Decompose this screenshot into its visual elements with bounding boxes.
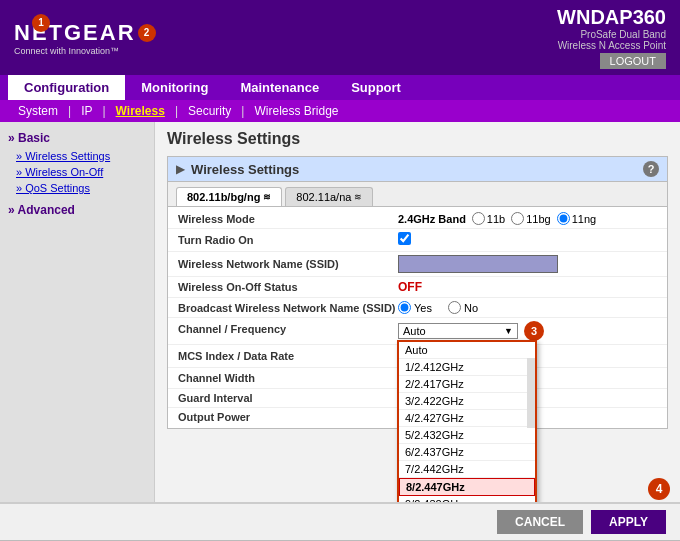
footer-bar: 4 CANCEL APPLY <box>0 502 680 540</box>
label-broadcast-ssid: Broadcast Wireless Network Name (SSID) <box>178 302 398 314</box>
apply-button[interactable]: APPLY <box>591 510 666 534</box>
annotation-4: 4 <box>648 478 670 500</box>
sub-nav-security[interactable]: Security <box>180 102 239 120</box>
label-channel: Channel / Frequency <box>178 321 398 335</box>
channel-selected-value: Auto <box>403 325 504 337</box>
sub-nav-wireless-bridge[interactable]: Wireless Bridge <box>246 102 346 120</box>
off-badge: OFF <box>398 280 422 294</box>
dropdown-item-4[interactable]: 4/2.427GHz <box>399 410 535 427</box>
tabs-bar: 802.11b/bg/ng ≋ 802.11a/na ≋ <box>168 182 667 207</box>
sub-nav: System | IP | Wireless | Security | Wire… <box>0 100 680 122</box>
dropdown-item-2[interactable]: 2/2.417GHz <box>399 376 535 393</box>
sidebar-item-qos[interactable]: » QoS Settings <box>0 180 154 196</box>
dropdown-item-auto[interactable]: Auto <box>399 342 535 359</box>
channel-dropdown-trigger[interactable]: Auto ▼ <box>398 323 518 339</box>
radio-11ng-input[interactable] <box>557 212 570 225</box>
form-content: Wireless Mode 2.4GHz Band 11b 11bg <box>168 207 667 428</box>
sidebar-section-advanced[interactable]: » Advanced <box>0 200 154 220</box>
label-radio-on: Turn Radio On <box>178 234 398 246</box>
radio-11b-label: 11b <box>487 213 505 225</box>
cancel-button[interactable]: CANCEL <box>497 510 583 534</box>
band-label: 2.4GHz Band <box>398 213 466 225</box>
brand-sub: Connect with Innovation™ <box>14 46 156 56</box>
label-wireless-mode: Wireless Mode <box>178 213 398 225</box>
label-ssid: Wireless Network Name (SSID) <box>178 258 398 270</box>
annotation-3: 3 <box>524 321 544 341</box>
radio-on-checkbox[interactable] <box>398 232 411 245</box>
nav-item-maintenance[interactable]: Maintenance <box>224 75 335 100</box>
dropdown-item-1-label: 1/2.412GHz <box>405 361 464 373</box>
product-model: WNDAP360 <box>557 6 666 29</box>
nav-item-support[interactable]: Support <box>335 75 417 100</box>
dropdown-item-3[interactable]: 3/2.422GHz <box>399 393 535 410</box>
label-guard-interval: Guard Interval <box>178 392 398 404</box>
form-row-wireless-mode: Wireless Mode 2.4GHz Band 11b 11bg <box>168 209 667 229</box>
settings-header: ▶ Wireless Settings ? <box>168 157 667 182</box>
broadcast-yes-input[interactable] <box>398 301 411 314</box>
ssid-value <box>398 255 558 273</box>
dropdown-item-5[interactable]: 5/2.432GHz <box>399 427 535 444</box>
channel-dropdown-arrow: ▼ <box>504 326 513 336</box>
dropdown-item-9[interactable]: 9/2.432GHz <box>399 496 535 502</box>
sub-nav-ip[interactable]: IP <box>73 102 100 120</box>
form-row-radio-on: Turn Radio On <box>168 229 667 252</box>
dropdown-item-1[interactable]: 1/2.412GHz <box>399 359 535 376</box>
radio-11ng[interactable]: 11ng <box>557 212 596 225</box>
label-onoff-status: Wireless On-Off Status <box>178 281 398 293</box>
channel-dropdown-area: Auto ▼ 3 <box>398 321 544 341</box>
radio-11b-input[interactable] <box>472 212 485 225</box>
tab-80211a-label: 802.11a/na <box>296 191 351 203</box>
tab-80211b-label: 802.11b/bg/ng <box>187 191 260 203</box>
nav-item-monitoring[interactable]: Monitoring <box>125 75 224 100</box>
sub-nav-sep3: | <box>175 104 178 118</box>
dropdown-item-7[interactable]: 7/2.442GHz <box>399 461 535 478</box>
product-line2: Wireless N Access Point <box>557 40 666 51</box>
annotation-2: 2 <box>138 24 156 42</box>
broadcast-no-label: No <box>464 302 478 314</box>
annotation-1: 1 <box>32 14 50 32</box>
sub-nav-sep4: | <box>241 104 244 118</box>
help-icon[interactable]: ? <box>643 161 659 177</box>
label-output-power: Output Power <box>178 411 398 423</box>
header: 1 NETGEAR 2 Connect with Innovation™ WND… <box>0 0 680 75</box>
sub-nav-system[interactable]: System <box>10 102 66 120</box>
band-options: 2.4GHz Band 11b 11bg 11ng <box>398 212 596 225</box>
logout-button[interactable]: LOGOUT <box>600 53 666 69</box>
radio-11bg[interactable]: 11bg <box>511 212 550 225</box>
channel-dropdown-list[interactable]: Auto 1/2.412GHz 2/2.417GHz 3/2.422GHz 4/… <box>397 340 537 502</box>
ssid-input[interactable] <box>398 255 558 273</box>
label-channel-width: Channel Width <box>178 372 398 384</box>
sub-nav-wireless[interactable]: Wireless <box>108 102 173 120</box>
broadcast-ssid-options: Yes No <box>398 301 478 314</box>
form-row-channel: Channel / Frequency Auto ▼ 3 Auto <box>168 318 667 345</box>
label-mcs: MCS Index / Data Rate <box>178 350 398 362</box>
radio-on-value <box>398 232 411 248</box>
broadcast-no-input[interactable] <box>448 301 461 314</box>
dropdown-scrollbar-track <box>527 358 535 428</box>
wifi-icon-1: ≋ <box>263 192 271 202</box>
radio-11b[interactable]: 11b <box>472 212 505 225</box>
tab-80211b[interactable]: 802.11b/bg/ng ≋ <box>176 187 282 206</box>
top-nav: Configuration Monitoring Maintenance Sup… <box>0 75 680 100</box>
page-title: Wireless Settings <box>167 130 668 148</box>
sidebar-section-basic[interactable]: » Basic <box>0 128 154 148</box>
settings-box: ▶ Wireless Settings ? 802.11b/bg/ng ≋ 80… <box>167 156 668 429</box>
tab-80211a[interactable]: 802.11a/na ≋ <box>285 187 373 206</box>
sidebar-item-wireless-settings[interactable]: » Wireless Settings <box>0 148 154 164</box>
settings-box-expand[interactable]: ▶ <box>176 162 185 176</box>
broadcast-no[interactable]: No <box>448 301 478 314</box>
radio-11bg-input[interactable] <box>511 212 524 225</box>
radio-11bg-label: 11bg <box>526 213 550 225</box>
wifi-icon-2: ≋ <box>354 192 362 202</box>
radio-11ng-label: 11ng <box>572 213 596 225</box>
sidebar-item-wireless-onoff[interactable]: » Wireless On-Off <box>0 164 154 180</box>
sidebar: » Basic » Wireless Settings » Wireless O… <box>0 122 155 502</box>
sub-nav-sep2: | <box>102 104 105 118</box>
nav-item-configuration[interactable]: Configuration <box>8 75 125 100</box>
dropdown-item-6[interactable]: 6/2.437GHz <box>399 444 535 461</box>
dropdown-item-8[interactable]: 8/2.447GHz <box>399 478 535 496</box>
product-line1: ProSafe Dual Band <box>557 29 666 40</box>
broadcast-yes[interactable]: Yes <box>398 301 432 314</box>
form-row-ssid: Wireless Network Name (SSID) <box>168 252 667 277</box>
form-row-broadcast-ssid: Broadcast Wireless Network Name (SSID) Y… <box>168 298 667 318</box>
